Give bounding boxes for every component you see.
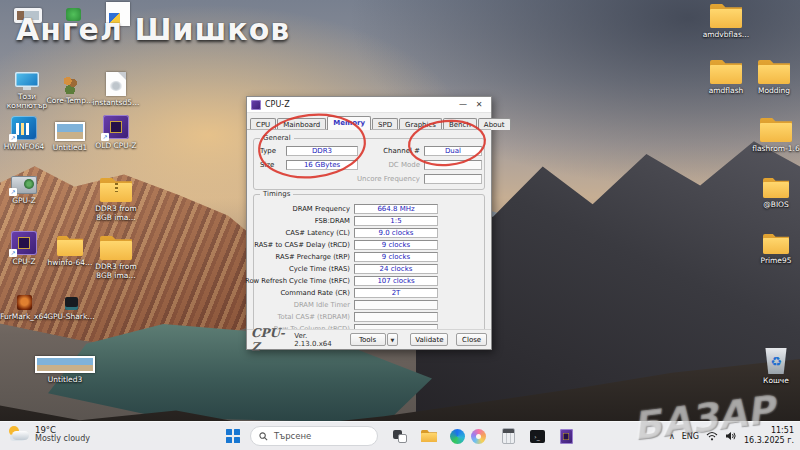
icon-label: Core-Temp… [47, 96, 94, 105]
timing-label: Row Refresh Cycle Time (tRFC) [245, 277, 350, 285]
paint-icon [471, 429, 486, 444]
search-icon [259, 432, 268, 441]
file-explorer-icon [421, 430, 437, 442]
icon-label: flashrom-1.6 [752, 144, 799, 153]
timing-label: RAS# to CAS# Delay (tRCD) [254, 241, 350, 249]
memory-tab-panel: General Type DDR3 Size 16 GBytes Channel… [247, 129, 491, 329]
edge-icon [450, 429, 465, 444]
version-text: Ver. 2.13.0.x64 [294, 332, 341, 348]
weather-condition: Mostly cloudy [35, 435, 90, 444]
cpuz-logo: CPU-Z [251, 326, 289, 354]
desktop-icon-file[interactable]: instantsd5… [88, 72, 144, 107]
icon-label: hwinfo-64… [48, 258, 93, 267]
type-label: Type [260, 147, 286, 155]
channel-value[interactable]: Dual [424, 146, 482, 156]
timing-value [354, 300, 438, 310]
desktop-icon-gpuz[interactable]: GPU-Z [0, 176, 52, 205]
desktop-icon-amdvbflash[interactable]: amdvbflas… [698, 4, 754, 39]
timing-value[interactable]: 107 clocks [354, 276, 438, 286]
cpuz-taskbar-button[interactable] [558, 428, 574, 444]
folder-icon [758, 60, 790, 84]
tools-button[interactable]: Tools [350, 333, 386, 346]
dc-mode-label: DC Mode [372, 161, 424, 169]
icon-label: amdflash [709, 86, 744, 95]
size-label: Size [260, 161, 286, 169]
edge-button[interactable] [449, 428, 465, 444]
general-groupbox: General Type DDR3 Size 16 GBytes Channel… [253, 138, 485, 190]
uncore-frequency-label: Uncore Frequency [346, 175, 424, 183]
weather-widget[interactable]: 19°C Mostly cloudy [8, 425, 90, 444]
minimize-button[interactable]: — [455, 99, 471, 111]
desktop-icon-ddr3-folder[interactable]: DDR3 from 8GB ima… [88, 236, 144, 280]
timing-label: Total CAS# (tRDRAM) [278, 313, 351, 321]
cpuz-app-icon [251, 100, 261, 110]
search-box[interactable]: Търсене [250, 426, 378, 446]
window-footer: CPU-Z Ver. 2.13.0.x64 Tools ▼ Validate C… [247, 329, 491, 349]
timing-value[interactable]: 1:5 [354, 216, 438, 226]
file-explorer-button[interactable] [421, 428, 437, 444]
desktop-icon-zip-ddr3[interactable]: DDR3 from 8GB ima… [88, 178, 144, 222]
validate-button[interactable]: Validate [410, 333, 448, 346]
tray-time: 11:51 [744, 426, 794, 436]
volume-icon[interactable] [725, 431, 737, 441]
timing-label: FSB:DRAM [315, 217, 350, 225]
tab-memory[interactable]: Memory [327, 116, 371, 130]
gpu-shark-icon [65, 297, 78, 310]
icon-label: HWINFO64 [4, 142, 45, 151]
installer-icon [62, 74, 78, 94]
icon-label: GPU-Z [12, 196, 36, 205]
timing-value[interactable]: 664.8 MHz [354, 204, 438, 214]
task-view-button[interactable] [392, 428, 408, 444]
group-legend: Timings [260, 190, 293, 198]
desktop-icon-gpushark[interactable]: GPU-Shark… [43, 297, 99, 321]
icon-label: FurMark_x64 [0, 312, 48, 321]
tray-chevron-icon[interactable]: ∧ [669, 432, 675, 441]
window-titlebar[interactable]: CPU-Z — ✕ [247, 97, 491, 113]
hwinfo-icon [11, 116, 37, 140]
folder-icon [763, 234, 789, 254]
terminal-button[interactable]: ›_ [529, 428, 545, 444]
owner-watermark: Ангел Шишков [16, 12, 290, 47]
size-value[interactable]: 16 GBytes [286, 160, 358, 170]
timing-value[interactable]: 24 clocks [354, 264, 438, 274]
icon-label: amdvbflas… [703, 30, 750, 39]
icon-label: Кошче [763, 376, 789, 385]
system-tray: ∧ ENG 11:51 16.3.2025 г. [669, 422, 794, 450]
icon-label: Prime95 [760, 256, 791, 265]
timing-value[interactable]: 9 clocks [354, 240, 438, 250]
close-button[interactable]: ✕ [471, 99, 487, 111]
icon-label: Untitled3 [48, 375, 82, 384]
cpuz-icon [11, 231, 37, 255]
desktop-icon-modding[interactable]: Modding [746, 60, 800, 95]
tools-dropdown-icon[interactable]: ▼ [387, 333, 399, 346]
gpuz-icon [11, 176, 37, 194]
close-window-button[interactable]: Close [456, 333, 487, 346]
desktop-icon-atbios[interactable]: @BIOS [748, 178, 800, 209]
folder-icon [57, 236, 83, 256]
desktop-icon-untitled3[interactable]: Untitled3 [37, 356, 93, 384]
icon-label: CPU-Z [12, 257, 35, 266]
wifi-icon[interactable] [706, 431, 718, 441]
cpuz-icon [103, 115, 129, 139]
folder-icon [763, 178, 789, 198]
icon-label: DDR3 from 8GB ima… [88, 262, 144, 280]
desktop-icon-old-cpuz[interactable]: OLD CPU-Z [88, 115, 144, 150]
desktop-icon-prime95[interactable]: Prime95 [748, 234, 800, 265]
type-value[interactable]: DDR3 [286, 146, 358, 156]
timing-value[interactable]: 9 clocks [354, 252, 438, 262]
paint-button[interactable] [470, 428, 486, 444]
start-button[interactable] [226, 429, 240, 443]
timing-value[interactable]: 9.0 clocks [354, 228, 438, 238]
furmark-icon [17, 295, 32, 310]
tray-date: 16.3.2025 г. [744, 436, 794, 446]
search-placeholder: Търсене [274, 431, 311, 441]
window-title: CPU-Z [265, 100, 455, 109]
language-indicator[interactable]: ENG [682, 432, 699, 441]
timing-value[interactable]: 2T [354, 288, 438, 298]
desktop-icon-recycle-bin[interactable]: ♻ Кошче [748, 348, 800, 385]
calculator-button[interactable] [500, 428, 516, 444]
task-view-icon [393, 430, 407, 443]
clock[interactable]: 11:51 16.3.2025 г. [744, 426, 794, 446]
desktop-icon-flashrom[interactable]: flashrom-1.6 [748, 118, 800, 153]
folder-icon [710, 4, 742, 28]
